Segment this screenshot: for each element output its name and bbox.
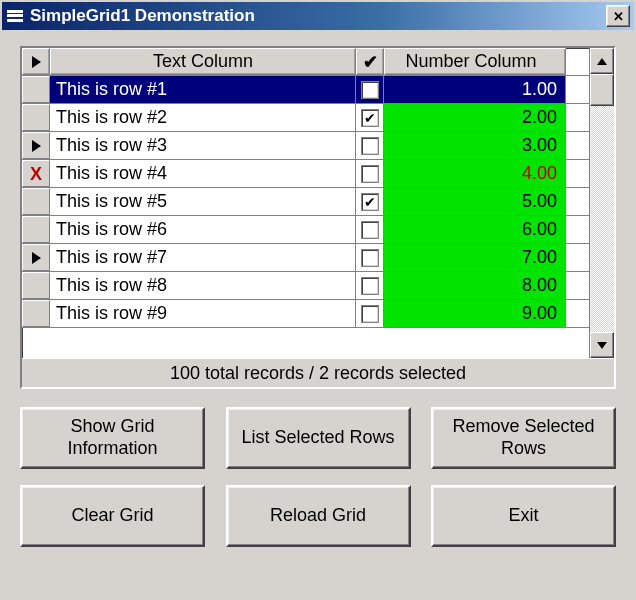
row-checkbox[interactable]: ✔ (361, 109, 379, 127)
text-cell[interactable]: This is row #2 (50, 104, 356, 131)
row-marker-cell[interactable] (22, 272, 50, 299)
client-area: Text Column ✔ Number Column This is row … (2, 30, 634, 581)
check-cell[interactable] (356, 300, 384, 327)
text-cell[interactable]: This is row #1 (50, 76, 356, 103)
table-row[interactable]: This is row #33.00 (22, 132, 589, 160)
scroll-track[interactable] (590, 74, 614, 332)
row-checkbox[interactable] (361, 81, 379, 99)
row-checkbox[interactable] (361, 249, 379, 267)
row-checkbox[interactable] (361, 165, 379, 183)
check-cell[interactable]: ✔ (356, 188, 384, 215)
window-title: SimpleGrid1 Demonstration (30, 6, 606, 26)
vertical-scrollbar[interactable] (589, 48, 614, 358)
title-bar: SimpleGrid1 Demonstration ✕ (2, 2, 634, 30)
row-checkbox[interactable] (361, 221, 379, 239)
grid-status-bar: 100 total records / 2 records selected (22, 358, 614, 387)
text-cell[interactable]: This is row #7 (50, 244, 356, 271)
grid-header-row: Text Column ✔ Number Column (22, 48, 589, 76)
check-cell[interactable] (356, 160, 384, 187)
remove-selected-rows-button[interactable]: Remove Selected Rows (431, 407, 616, 469)
number-cell[interactable]: 5.00 (384, 188, 566, 215)
number-cell[interactable]: 1.00 (384, 76, 566, 103)
button-panel: Show Grid Information List Selected Rows… (20, 407, 616, 547)
app-window: SimpleGrid1 Demonstration ✕ Text Column … (0, 0, 636, 600)
header-check-column[interactable]: ✔ (356, 48, 384, 75)
number-cell[interactable]: 7.00 (384, 244, 566, 271)
table-row[interactable]: This is row #2✔2.00 (22, 104, 589, 132)
text-cell[interactable]: This is row #5 (50, 188, 356, 215)
check-cell[interactable] (356, 216, 384, 243)
header-arrow-icon (32, 56, 41, 68)
row-arrow-icon (32, 252, 41, 264)
check-cell[interactable]: ✔ (356, 104, 384, 131)
row-checkbox[interactable] (361, 277, 379, 295)
number-cell[interactable]: 6.00 (384, 216, 566, 243)
text-cell[interactable]: This is row #3 (50, 132, 356, 159)
number-cell[interactable]: 2.00 (384, 104, 566, 131)
scroll-thumb[interactable] (590, 74, 614, 106)
header-text-column[interactable]: Text Column (50, 48, 356, 75)
chevron-up-icon (597, 58, 607, 65)
table-row[interactable]: This is row #5✔5.00 (22, 188, 589, 216)
table-row[interactable]: This is row #88.00 (22, 272, 589, 300)
exit-button[interactable]: Exit (431, 485, 616, 547)
row-arrow-icon (32, 140, 41, 152)
check-cell[interactable] (356, 76, 384, 103)
number-cell[interactable]: 8.00 (384, 272, 566, 299)
check-cell[interactable] (356, 132, 384, 159)
row-marker-cell[interactable] (22, 188, 50, 215)
text-cell[interactable]: This is row #4 (50, 160, 356, 187)
list-selected-rows-button[interactable]: List Selected Rows (226, 407, 411, 469)
check-cell[interactable] (356, 244, 384, 271)
text-cell[interactable]: This is row #8 (50, 272, 356, 299)
table-row[interactable]: This is row #66.00 (22, 216, 589, 244)
check-cell[interactable] (356, 272, 384, 299)
row-marker-cell[interactable] (22, 76, 50, 103)
row-marker-cell[interactable]: X (22, 160, 50, 187)
scroll-up-button[interactable] (590, 48, 614, 74)
scroll-down-button[interactable] (590, 332, 614, 358)
grid-status-text: 100 total records / 2 records selected (170, 363, 466, 384)
text-cell[interactable]: This is row #9 (50, 300, 356, 327)
table-row[interactable]: This is row #77.00 (22, 244, 589, 272)
clear-grid-button[interactable]: Clear Grid (20, 485, 205, 547)
row-marker-cell[interactable] (22, 300, 50, 327)
chevron-down-icon (597, 342, 607, 349)
number-cell[interactable]: 3.00 (384, 132, 566, 159)
row-delete-icon: X (30, 165, 42, 183)
grid[interactable]: Text Column ✔ Number Column This is row … (22, 48, 589, 358)
system-menu-icon[interactable] (6, 7, 24, 25)
number-cell[interactable]: 4.00 (384, 160, 566, 187)
reload-grid-button[interactable]: Reload Grid (226, 485, 411, 547)
text-cell[interactable]: This is row #6 (50, 216, 356, 243)
row-marker-cell[interactable] (22, 244, 50, 271)
table-row[interactable]: This is row #11.00 (22, 76, 589, 104)
row-marker-cell[interactable] (22, 132, 50, 159)
header-number-column[interactable]: Number Column (384, 48, 566, 75)
row-checkbox[interactable] (361, 137, 379, 155)
close-button[interactable]: ✕ (606, 5, 630, 27)
row-marker-cell[interactable] (22, 216, 50, 243)
show-grid-info-button[interactable]: Show Grid Information (20, 407, 205, 469)
number-cell[interactable]: 9.00 (384, 300, 566, 327)
table-row[interactable]: XThis is row #44.00 (22, 160, 589, 188)
close-icon: ✕ (613, 9, 624, 24)
row-checkbox[interactable] (361, 305, 379, 323)
row-marker-cell[interactable] (22, 104, 50, 131)
table-row[interactable]: This is row #99.00 (22, 300, 589, 328)
header-row-marker[interactable] (22, 48, 50, 75)
grid-frame: Text Column ✔ Number Column This is row … (20, 46, 616, 389)
row-checkbox[interactable]: ✔ (361, 193, 379, 211)
